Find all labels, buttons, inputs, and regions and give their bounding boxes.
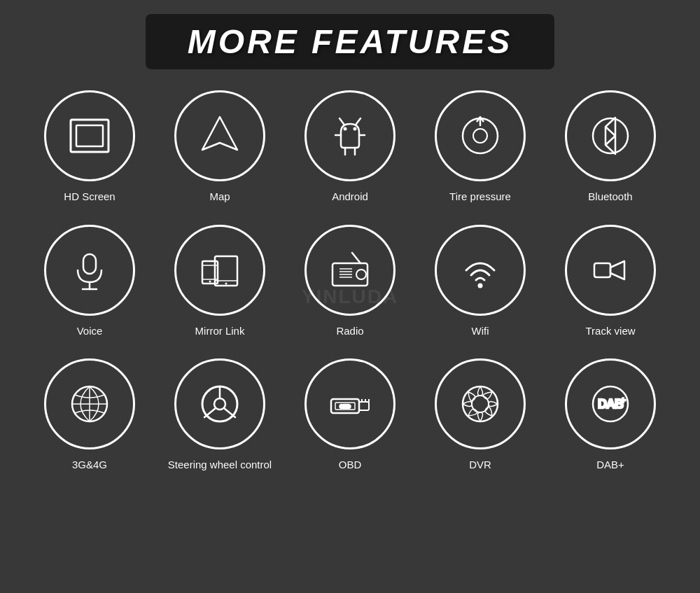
wifi-icon <box>456 246 505 295</box>
android-icon <box>326 111 374 160</box>
feature-tire-pressure: Tire pressure <box>419 90 542 204</box>
bluetooth-icon <box>586 111 635 160</box>
svg-point-3 <box>344 127 347 131</box>
3g4g-label: 3G&4G <box>72 458 107 472</box>
svg-line-30 <box>352 253 360 263</box>
dvr-icon <box>456 379 505 428</box>
voice-icon <box>65 246 114 295</box>
radio-label: Radio <box>336 324 363 338</box>
svg-line-38 <box>204 408 216 417</box>
mirror-link-label: Mirror Link <box>195 324 245 338</box>
track-view-label: Track view <box>585 324 635 338</box>
map-icon <box>195 111 244 160</box>
bluetooth-icon-circle <box>565 90 656 181</box>
bluetooth-label: Bluetooth <box>588 190 632 204</box>
feature-mirror-link: Mirror Link <box>158 225 281 338</box>
wifi-icon-circle <box>435 225 526 316</box>
svg-point-20 <box>209 280 211 282</box>
feature-voice: Voice <box>28 225 151 338</box>
svg-point-4 <box>354 127 357 131</box>
voice-icon-circle <box>44 225 135 316</box>
svg-rect-14 <box>83 254 96 274</box>
steering-wheel-icon <box>195 379 244 428</box>
dab-icon-circle: DAB + <box>565 358 656 449</box>
feature-radio: Radio <box>288 225 412 338</box>
feature-android: Android <box>288 90 412 204</box>
tire-pressure-icon <box>456 111 505 160</box>
radio-icon-circle <box>304 225 396 316</box>
dvr-label: DVR <box>469 458 491 472</box>
svg-point-13 <box>593 118 628 153</box>
map-label: Map <box>209 190 230 204</box>
obd-icon: OBD <box>326 379 374 428</box>
svg-line-39 <box>224 408 235 417</box>
3g4g-icon-circle <box>44 358 135 449</box>
svg-line-5 <box>340 118 344 124</box>
track-view-icon <box>586 246 635 295</box>
android-label: Android <box>332 190 368 204</box>
feature-track-view: Track view <box>549 225 672 338</box>
feature-wifi: Wifi <box>419 225 542 338</box>
features-grid: HD Screen Map <box>21 90 679 472</box>
svg-point-12 <box>473 129 487 143</box>
feature-dab: DAB + DAB+ <box>549 358 672 472</box>
voice-label: Voice <box>77 324 103 338</box>
track-view-icon-circle <box>565 225 656 316</box>
feature-dvr: DVR <box>419 358 542 472</box>
tire-pressure-label: Tire pressure <box>449 190 511 204</box>
feature-map: Map <box>158 90 281 204</box>
map-icon-circle <box>174 90 265 181</box>
svg-point-47 <box>463 386 498 421</box>
wifi-label: Wifi <box>472 324 489 338</box>
dab-icon: DAB + <box>586 379 635 428</box>
svg-marker-2 <box>202 117 237 150</box>
dab-label: DAB+ <box>596 458 624 472</box>
obd-icon-circle: OBD <box>304 358 396 449</box>
feature-hd-screen: HD Screen <box>28 90 151 204</box>
svg-text:+: + <box>620 395 626 405</box>
feature-bluetooth: Bluetooth <box>549 90 672 204</box>
steering-wheel-label: Steering wheel control <box>168 458 272 472</box>
obd-label: OBD <box>339 458 362 472</box>
tire-pressure-icon-circle <box>435 90 526 181</box>
svg-point-29 <box>356 270 366 279</box>
svg-text:OBD: OBD <box>340 404 351 409</box>
svg-rect-43 <box>359 402 369 410</box>
svg-point-48 <box>472 396 489 412</box>
dvr-icon-circle <box>435 358 526 449</box>
steering-wheel-icon-circle <box>174 358 265 449</box>
radio-icon <box>326 246 374 295</box>
mirror-link-icon-circle <box>174 225 265 316</box>
feature-steering-wheel: Steering wheel control <box>158 358 281 472</box>
hd-screen-icon <box>65 111 114 160</box>
mirror-link-icon <box>195 246 244 295</box>
svg-point-31 <box>478 283 483 288</box>
title-box: MORE FEATURES <box>146 14 554 69</box>
page-title: MORE FEATURES <box>188 23 512 60</box>
svg-rect-1 <box>76 125 103 146</box>
android-icon-circle <box>304 90 396 181</box>
hd-screen-label: HD Screen <box>64 190 115 204</box>
feature-obd: OBD OBD <box>288 358 412 472</box>
3g4g-icon <box>65 379 114 428</box>
hd-screen-icon-circle <box>44 90 135 181</box>
svg-line-6 <box>356 118 360 124</box>
svg-point-23 <box>225 282 227 284</box>
main-container: YINLUDA MORE FEATURES HD Screen <box>0 0 700 593</box>
title-wrapper: MORE FEATURES <box>21 14 679 69</box>
feature-3g4g: 3G&4G <box>28 358 151 472</box>
